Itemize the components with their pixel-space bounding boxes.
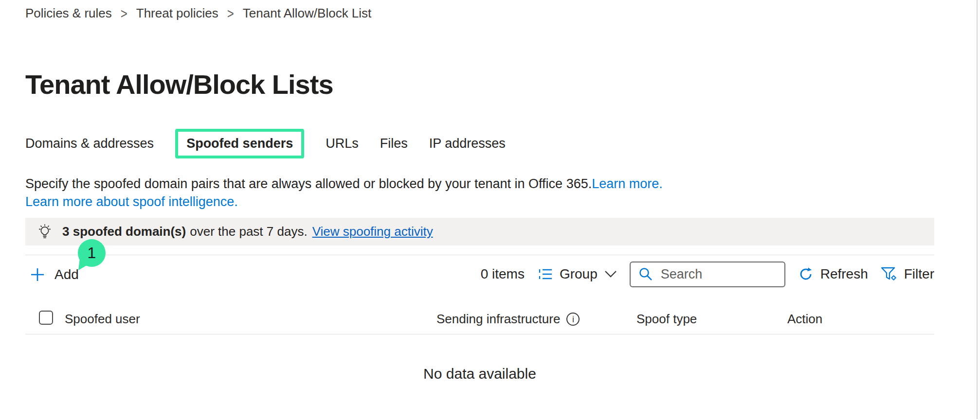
group-list-icon (537, 267, 553, 281)
add-button-label: Add (54, 267, 79, 282)
learn-more-link[interactable]: Learn more. (592, 176, 663, 191)
spoofing-activity-banner: 3 spoofed domain(s) over the past 7 days… (25, 218, 934, 245)
breadcrumb-separator-icon: > (227, 5, 234, 22)
info-icon[interactable]: i (566, 313, 580, 326)
chevron-down-icon (604, 270, 617, 278)
table-header-row: Spoofed user Sending infrastructure i Sp… (25, 303, 934, 334)
tab-ip-addresses[interactable]: IP addresses (429, 136, 506, 151)
breadcrumb-separator-icon: > (121, 5, 127, 22)
column-header-spoofed-user[interactable]: Spoofed user (65, 312, 140, 327)
breadcrumb: Policies & rules > Threat policies > Ten… (25, 6, 371, 21)
tab-domains-addresses[interactable]: Domains & addresses (25, 136, 154, 151)
column-header-sending-infrastructure[interactable]: Sending infrastructure i (436, 312, 580, 327)
column-header-label: Sending infrastructure (436, 312, 560, 327)
page-description: Specify the spoofed domain pairs that ar… (25, 175, 663, 211)
add-button[interactable]: Add (30, 262, 79, 287)
banner-text: over the past 7 days. (190, 224, 307, 239)
search-box[interactable] (630, 262, 785, 287)
search-icon (638, 267, 653, 281)
tab-files[interactable]: Files (380, 136, 408, 151)
breadcrumb-tenant-allow-block-list[interactable]: Tenant Allow/Block List (243, 6, 371, 21)
tab-list: Domains & addresses Spoofed senders URLs… (25, 124, 506, 162)
spoof-intelligence-link[interactable]: Learn more about spoof intelligence. (25, 194, 238, 209)
group-button-label: Group (560, 266, 598, 282)
breadcrumb-policies-rules[interactable]: Policies & rules (25, 6, 112, 21)
toolbar-divider (25, 255, 934, 255)
plus-icon (30, 267, 45, 282)
filter-icon (881, 266, 897, 282)
tab-urls[interactable]: URLs (326, 136, 359, 151)
annotation-step-badge: 1 (78, 239, 106, 270)
description-text: Specify the spoofed domain pairs that ar… (25, 176, 592, 191)
lightbulb-icon (36, 223, 54, 241)
empty-state-message: No data available (25, 366, 934, 382)
tab-spoofed-senders[interactable]: Spoofed senders (175, 129, 304, 158)
filter-button-label: Filter (904, 266, 934, 282)
column-header-spoof-type[interactable]: Spoof type (636, 312, 697, 327)
scrollbar-edge (977, 0, 978, 419)
search-input[interactable] (660, 266, 780, 282)
group-button[interactable]: Group (537, 266, 617, 282)
page-title: Tenant Allow/Block Lists (25, 69, 333, 100)
filter-button[interactable]: Filter (881, 266, 934, 282)
refresh-icon (798, 266, 814, 282)
breadcrumb-threat-policies[interactable]: Threat policies (136, 6, 218, 21)
view-spoofing-activity-link[interactable]: View spoofing activity (312, 224, 433, 239)
select-all-checkbox[interactable] (39, 311, 53, 325)
items-count: 0 items (481, 266, 525, 282)
toolbar-right: 0 items Group (481, 259, 934, 289)
spoofed-domain-count: 3 spoofed domain(s) (62, 224, 186, 239)
column-header-action[interactable]: Action (787, 312, 822, 327)
refresh-button-label: Refresh (820, 266, 868, 282)
refresh-button[interactable]: Refresh (798, 266, 868, 282)
annotation-step-number: 1 (88, 244, 96, 262)
